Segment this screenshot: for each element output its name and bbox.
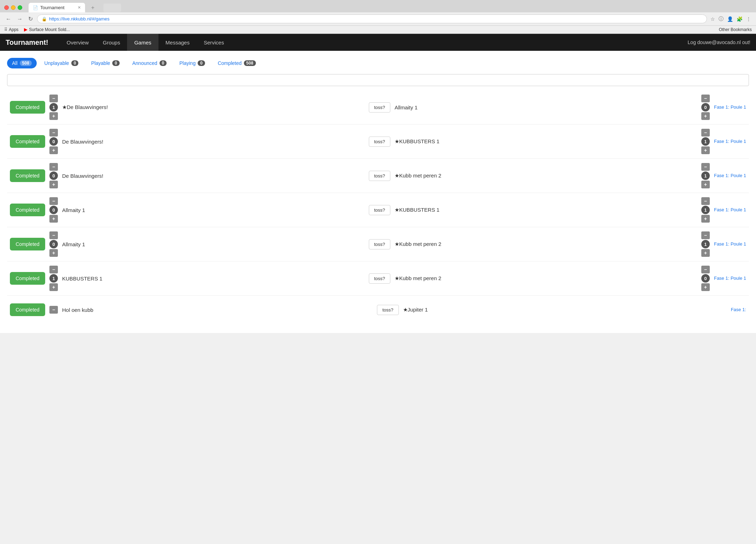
phase-link-3[interactable]: Fase 1: Poule 1 — [714, 207, 746, 213]
apps-bookmark[interactable]: ⠿ Apps — [4, 27, 18, 32]
nav-link-messages[interactable]: Messages — [158, 34, 197, 51]
score-increase-left-3[interactable]: + — [49, 215, 58, 223]
extensions-icon[interactable]: 🧩 — [736, 16, 743, 23]
youtube-bookmark[interactable]: ▶ Surface Mount Sold... — [24, 27, 70, 32]
score-decrease-left-0[interactable]: − — [49, 95, 58, 102]
score-increase-right-3[interactable]: + — [701, 215, 710, 223]
menu-icon[interactable]: ⋮ — [745, 16, 752, 23]
score-decrease-left-1[interactable]: − — [49, 129, 58, 137]
status-badge[interactable]: Completed — [10, 238, 45, 250]
score-decrease-left-4[interactable]: − — [49, 231, 58, 239]
filter-tab-announced[interactable]: Announced 0 — [127, 58, 172, 68]
score-decrease-right-0[interactable]: − — [701, 95, 710, 102]
browser-tab[interactable]: 📄 Tournament ✕ — [29, 3, 85, 12]
filter-tab-all[interactable]: All 508 — [7, 58, 37, 68]
forward-button[interactable]: → — [16, 15, 24, 23]
new-tab-button[interactable]: + — [88, 4, 98, 12]
score-increase-left-1[interactable]: + — [49, 146, 58, 154]
score-decrease-right-4[interactable]: − — [701, 231, 710, 239]
phase-link-4[interactable]: Fase 1: Poule 1 — [714, 241, 746, 247]
apps-grid-icon: ⠿ — [4, 27, 7, 32]
team2-name-2: ★Kubb met peren 2 — [395, 173, 697, 179]
score-left-0: 1 — [49, 103, 58, 111]
status-badge[interactable]: Completed — [10, 303, 45, 316]
phase-link-1[interactable]: Fase 1: Poule 1 — [714, 138, 746, 145]
phase-link-0[interactable]: Fase 1: Poule 1 — [714, 104, 746, 110]
nav-link-services[interactable]: Services — [197, 34, 231, 51]
dot-minimize[interactable] — [11, 5, 16, 10]
phase-link-6[interactable]: Fase 1: — [718, 307, 746, 313]
score-decrease-left-6[interactable]: − — [49, 306, 58, 314]
youtube-label: Surface Mount Sold... — [29, 27, 70, 32]
toss-button-0[interactable]: toss? — [369, 102, 390, 113]
app-nav: Tournament! Overview Groups Games Messag… — [0, 34, 756, 51]
bookmark-star-icon[interactable]: ☆ — [710, 16, 716, 23]
team1-name-4: Allmaity 1 — [62, 241, 365, 247]
account-icon[interactable]: 👤 — [726, 16, 734, 23]
score-control-left-5: − 1 + — [49, 266, 58, 291]
dot-close[interactable] — [4, 5, 9, 10]
phase-link-2[interactable]: Fase 1: Poule 1 — [714, 173, 746, 179]
score-increase-right-0[interactable]: + — [701, 112, 710, 120]
toss-button-4[interactable]: toss? — [369, 239, 390, 249]
search-input[interactable] — [7, 74, 749, 86]
info-icon[interactable]: ⓘ — [718, 15, 724, 23]
score-increase-left-2[interactable]: + — [49, 181, 58, 188]
score-control-left-6: − — [49, 306, 58, 314]
score-decrease-left-5[interactable]: − — [49, 266, 58, 273]
score-decrease-right-5[interactable]: − — [701, 266, 710, 273]
score-increase-left-0[interactable]: + — [49, 112, 58, 120]
score-decrease-left-3[interactable]: − — [49, 197, 58, 205]
toss-button-6[interactable]: toss? — [377, 305, 398, 315]
status-badge[interactable]: Completed — [10, 169, 45, 182]
nav-link-games[interactable]: Games — [127, 34, 158, 51]
phase-link-5[interactable]: Fase 1: Poule 1 — [714, 275, 746, 282]
filter-tab-unplayable[interactable]: Unplayable 0 — [40, 58, 84, 68]
address-bar[interactable]: 🔒 https://live.nkkubb.nl/#/games — [37, 14, 707, 23]
filter-completed-label: Completed — [218, 60, 242, 66]
status-badge[interactable]: Completed — [10, 204, 45, 216]
reload-button[interactable]: ↻ — [27, 15, 34, 23]
score-increase-right-4[interactable]: + — [701, 249, 710, 257]
browser-chrome: 📄 Tournament ✕ + ← → ↻ 🔒 https://live.nk… — [0, 0, 756, 34]
score-control-left-1: − 0 + — [49, 129, 58, 154]
score-increase-left-5[interactable]: + — [49, 283, 58, 291]
back-button[interactable]: ← — [4, 15, 13, 23]
score-increase-right-1[interactable]: + — [701, 146, 710, 154]
score-left-5: 1 — [49, 274, 58, 283]
table-row: Completed − Hol oen kubb toss? ★Jupiter … — [7, 296, 749, 324]
nav-link-overview[interactable]: Overview — [60, 34, 96, 51]
score-decrease-left-2[interactable]: − — [49, 163, 58, 171]
score-increase-right-5[interactable]: + — [701, 283, 710, 291]
logout-button[interactable]: Log douwe@avocado.nl out! — [688, 40, 750, 45]
toss-button-3[interactable]: toss? — [369, 205, 390, 215]
table-row: Completed − 1 + KUBBUSTERS 1 toss? ★Kubb… — [7, 261, 749, 296]
filter-tab-completed[interactable]: Completed 508 — [213, 58, 261, 68]
filter-all-label: All — [12, 60, 18, 66]
app-brand[interactable]: Tournament! — [6, 38, 48, 47]
nav-link-groups[interactable]: Groups — [96, 34, 127, 51]
toss-button-1[interactable]: toss? — [369, 137, 390, 147]
score-decrease-right-3[interactable]: − — [701, 197, 710, 205]
toss-button-2[interactable]: toss? — [369, 171, 390, 181]
toss-button-5[interactable]: toss? — [369, 273, 390, 284]
dot-maximize[interactable] — [18, 5, 22, 10]
status-badge[interactable]: Completed — [10, 101, 45, 114]
filter-tab-playable[interactable]: Playable 0 — [86, 58, 124, 68]
browser-titlebar: 📄 Tournament ✕ + — [0, 0, 756, 12]
team2-name-0: Allmaity 1 — [395, 104, 697, 110]
score-increase-left-4[interactable]: + — [49, 249, 58, 257]
score-increase-right-2[interactable]: + — [701, 181, 710, 188]
team2-name-4: ★Kubb met peren 2 — [395, 241, 697, 247]
filter-tab-playing[interactable]: Playing 0 — [174, 58, 210, 68]
score-right-0: 0 — [701, 103, 710, 111]
tab-close-button[interactable]: ✕ — [78, 5, 81, 10]
status-badge[interactable]: Completed — [10, 272, 45, 285]
other-bookmarks[interactable]: Other Bookmarks — [719, 27, 752, 32]
tab-title: Tournament — [40, 5, 65, 10]
score-decrease-right-1[interactable]: − — [701, 129, 710, 137]
status-badge[interactable]: Completed — [10, 135, 45, 148]
score-right-1: 1 — [701, 137, 710, 146]
score-decrease-right-2[interactable]: − — [701, 163, 710, 171]
nav-links: Overview Groups Games Messages Services — [60, 34, 688, 51]
